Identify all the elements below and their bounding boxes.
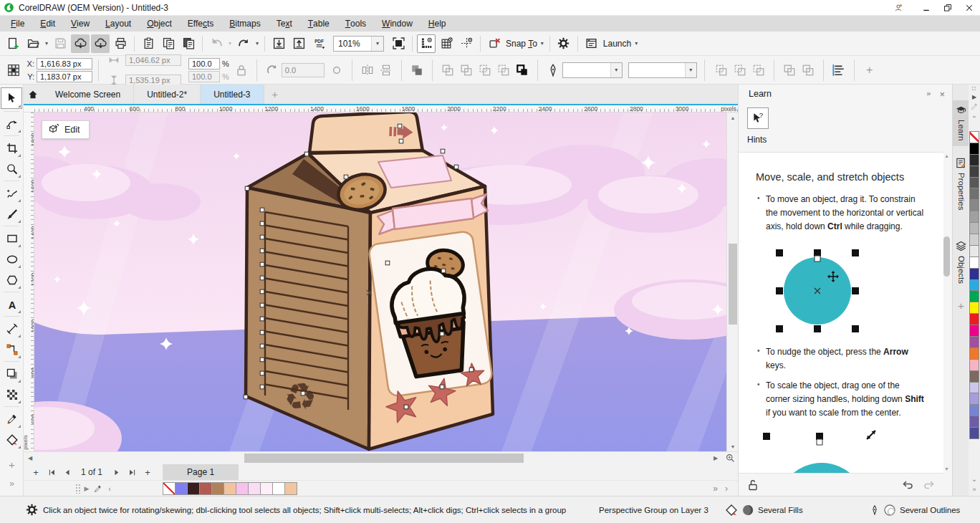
node-handle[interactable] <box>304 152 309 156</box>
palette-swatch[interactable] <box>969 382 979 394</box>
palette-eyedropper-icon[interactable] <box>92 483 104 494</box>
launch-label[interactable]: Launch <box>603 39 631 49</box>
palette-swatch[interactable] <box>969 165 979 178</box>
palette-swatch[interactable] <box>969 177 979 189</box>
snap-to-label[interactable]: Snap To <box>506 39 537 49</box>
mirror-vertical-button[interactable] <box>377 61 395 80</box>
new-tab-button[interactable]: + <box>264 85 286 104</box>
node-handle[interactable] <box>260 371 264 375</box>
scroll-right-arrow[interactable]: ▶ <box>709 452 722 465</box>
freehand-tool[interactable] <box>2 183 21 203</box>
account-icon[interactable] <box>893 2 904 14</box>
options-button[interactable] <box>554 34 573 53</box>
scale-y-field[interactable]: 100.0 <box>188 71 220 82</box>
show-guidelines-button[interactable] <box>457 34 476 53</box>
menu-layout[interactable]: Layout <box>97 16 139 32</box>
vertical-ruler[interactable]: 18001600140012001000800600pixels <box>24 112 34 451</box>
node-handle[interactable] <box>440 332 444 336</box>
document-tab-untitled-2-[interactable]: Untitled-2* <box>134 85 201 104</box>
palette-swatch[interactable] <box>969 313 979 325</box>
palette-swatch[interactable] <box>969 256 979 269</box>
vertical-scrollbar[interactable]: ▲ ▼ <box>726 112 738 451</box>
palette-swatch[interactable] <box>969 279 979 292</box>
node-handle[interactable] <box>260 276 264 280</box>
node-handle[interactable] <box>398 124 402 128</box>
weld-button[interactable] <box>438 61 457 80</box>
palette-swatch[interactable] <box>969 347 979 360</box>
node-handle[interactable] <box>469 368 474 372</box>
hints-back-arrow[interactable] <box>902 479 913 491</box>
add-tool-button[interactable]: + <box>2 455 21 474</box>
edit-outline-button[interactable] <box>799 61 817 80</box>
node-handle[interactable] <box>399 139 403 143</box>
palette-swatch[interactable] <box>969 211 979 223</box>
palette-swatch[interactable] <box>969 154 979 166</box>
document-palette-swatch[interactable] <box>272 482 285 495</box>
show-rulers-button[interactable] <box>417 34 436 53</box>
document-palette-swatch[interactable] <box>199 482 212 495</box>
object-width-field[interactable]: 1,046.62 px <box>125 54 181 66</box>
open-dropdown[interactable]: ▾ <box>43 40 50 47</box>
node-handle[interactable] <box>260 289 264 294</box>
interactive-fill-tool[interactable] <box>2 430 21 449</box>
palette-end-arrow[interactable]: › <box>725 484 728 494</box>
simplify-button[interactable] <box>494 61 513 80</box>
drop-shadow-tool[interactable] <box>2 364 21 383</box>
node-handle[interactable] <box>260 235 264 239</box>
ellipse-tool[interactable] <box>2 249 21 269</box>
menu-window[interactable]: Window <box>374 16 421 32</box>
convert-curves-button[interactable] <box>749 61 768 80</box>
crop-tool[interactable] <box>2 138 21 158</box>
lock-ratio-icon[interactable] <box>232 61 251 80</box>
mirror-horizontal-button[interactable] <box>358 61 377 80</box>
palette-swatch[interactable] <box>969 245 979 257</box>
palette-swatch[interactable] <box>969 131 979 143</box>
color-palette-scroll-down[interactable]: ⌄ <box>971 475 977 483</box>
undo-dropdown[interactable]: ▾ <box>226 40 234 47</box>
palette-flyout-arrow[interactable]: ▶ <box>81 483 92 494</box>
node-handle[interactable] <box>244 395 248 399</box>
menu-help[interactable]: Help <box>421 16 454 32</box>
hints-scroll-up[interactable]: ▲ <box>943 153 951 158</box>
palette-swatch[interactable] <box>969 199 979 211</box>
horizontal-scrollbar[interactable]: ◀ ▶ <box>24 451 738 464</box>
palette-swatch[interactable] <box>969 359 979 371</box>
docker-tab-learn[interactable]: Learn <box>953 100 969 146</box>
node-handle[interactable] <box>454 165 458 169</box>
palette-scroll-left[interactable]: ‹ <box>104 483 115 494</box>
first-page-button[interactable] <box>44 465 59 479</box>
more-tools-button[interactable]: » <box>2 474 21 493</box>
node-handle[interactable] <box>260 249 264 253</box>
scroll-left-arrow[interactable]: ◀ <box>24 452 37 465</box>
document-palette-swatch[interactable] <box>248 482 261 495</box>
document-tab-welcome-screen[interactable]: Welcome Screen <box>42 85 134 104</box>
document-palette-swatch[interactable] <box>187 482 200 495</box>
to-front-button[interactable] <box>712 61 731 80</box>
document-palette-swatch[interactable] <box>284 482 297 495</box>
node-handle[interactable] <box>260 221 264 226</box>
menu-view[interactable]: View <box>63 16 97 32</box>
outline-style-select[interactable]: ▾ <box>628 62 697 78</box>
document-palette-swatch[interactable] <box>211 482 224 495</box>
shape-tool[interactable] <box>2 114 21 133</box>
node-handle[interactable] <box>441 269 446 273</box>
vertical-scroll-thumb[interactable] <box>729 244 737 325</box>
snap-off-button[interactable] <box>485 34 504 53</box>
zoom-corner-icon[interactable] <box>722 452 738 465</box>
redo-button[interactable] <box>234 34 253 53</box>
palette-swatch[interactable] <box>969 234 979 246</box>
add-page-button-right[interactable]: + <box>140 465 155 479</box>
palette-swatch[interactable] <box>969 404 979 416</box>
rectangle-tool[interactable] <box>2 229 21 248</box>
zoom-tool[interactable] <box>2 159 21 178</box>
export-button[interactable] <box>289 34 308 53</box>
launch-dropdown[interactable]: ▾ <box>633 40 640 47</box>
minimize-button[interactable] <box>916 0 937 15</box>
edit-floating-button[interactable]: Edit <box>42 120 90 139</box>
new-document-button[interactable] <box>4 34 22 53</box>
pick-tool[interactable] <box>1 87 22 109</box>
add-page-button-left[interactable]: + <box>28 465 44 479</box>
transparency-tool[interactable] <box>2 385 21 404</box>
color-palette-eyedropper-icon[interactable] <box>971 102 979 112</box>
node-handle[interactable] <box>260 330 264 335</box>
